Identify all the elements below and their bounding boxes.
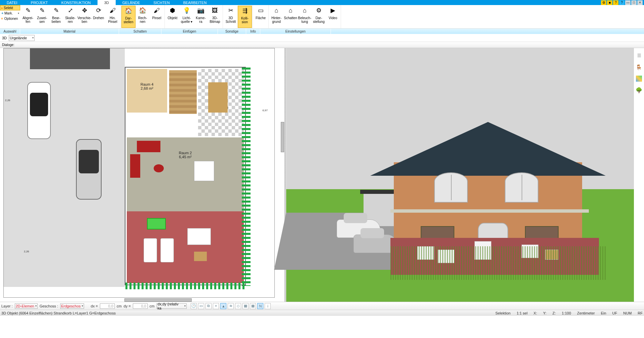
car-gray[interactable]: [76, 139, 102, 200]
balcony: [390, 209, 589, 213]
display-settings-icon: ⚙: [314, 6, 323, 15]
kollision-button[interactable]: ⇶Kolli-sion: [238, 6, 252, 28]
sofa-red-2[interactable]: [130, 154, 140, 178]
car-white[interactable]: [27, 82, 51, 139]
dy-input[interactable]: [133, 303, 148, 309]
status-num: NUM: [623, 311, 632, 315]
kamera-button[interactable]: 📷Kame-ra: [194, 6, 208, 28]
dx-input[interactable]: [100, 303, 115, 309]
layer-select[interactable]: 2D-Elemen: [15, 303, 38, 309]
beach-chair[interactable]: [147, 218, 166, 229]
lounger-2[interactable]: [160, 238, 174, 262]
zuweisen-button[interactable]: ✎Zuwei-sen: [35, 6, 49, 28]
titlebar-icon-2[interactable]: ■: [607, 0, 612, 5]
3d-view-pane[interactable]: ≣ 🪑 🌳: [286, 48, 644, 302]
status-uf: UF: [612, 311, 617, 315]
schatten-pinsel-button[interactable]: 🖌Pinsel: [150, 6, 164, 28]
patio-table[interactable]: [187, 228, 211, 245]
maximize-icon[interactable]: □: [631, 0, 637, 5]
tab-sichten[interactable]: SICHTEN: [147, 0, 176, 5]
sofa-red-1[interactable]: [137, 141, 160, 152]
layer-vis-icon[interactable]: ≋: [228, 303, 234, 309]
titlebar-icon-1[interactable]: ⚙: [601, 0, 606, 5]
lounger-1[interactable]: [144, 238, 157, 262]
darstellen-button[interactable]: 🏠Dar-stellen: [121, 6, 136, 28]
layers-icon[interactable]: ≣: [635, 51, 643, 59]
info-toggle-icon[interactable]: i: [265, 303, 271, 309]
sonstige-label: Sonstige: [218, 29, 246, 34]
bearbeiten-button[interactable]: ✎Bear-beiten: [49, 6, 63, 28]
staircase[interactable]: [169, 70, 197, 114]
video-button[interactable]: ▶Video: [326, 6, 340, 28]
materials-icon[interactable]: [636, 76, 642, 82]
floorplan-pane[interactable]: Raum 120,11 m² Raum 42,68 m² Raum 325,90…: [0, 48, 284, 302]
rechnen-button[interactable]: 🏠Rech-nen: [136, 6, 150, 28]
beanbag-red[interactable]: [154, 164, 164, 172]
schatten-settings-button[interactable]: ⌂Schatten: [283, 6, 298, 28]
drehen-button[interactable]: ⟳Drehen: [91, 6, 106, 28]
grid-icon-1[interactable]: ▦: [242, 303, 249, 309]
schatten-label: Schatten: [119, 29, 161, 34]
3d-schnitt-button[interactable]: ✂3DSchnitt: [224, 6, 238, 28]
skalieren-button[interactable]: ⤢Skalie-ren: [63, 6, 77, 28]
vertical-scrollbar[interactable]: [281, 122, 284, 152]
furniture-icon[interactable]: 🪑: [635, 64, 643, 71]
room-4[interactable]: Raum 42,68 m²: [127, 69, 167, 113]
titlebar-icon-3[interactable]: ?: [613, 0, 618, 5]
hintergrund-button[interactable]: ⌂Hinter-grund: [269, 6, 283, 28]
status-z: Z:: [553, 311, 556, 315]
objekt-button[interactable]: ⬢Objekt: [165, 6, 180, 28]
selekt-button[interactable]: ▸Selekt: [0, 5, 20, 10]
clock-icon[interactable]: 🕒: [191, 303, 197, 309]
abgreifen-button[interactable]: ✎Abgrei-fen: [21, 6, 35, 28]
mark-dropdown[interactable]: ✦Mark.▾: [0, 10, 20, 16]
status-rf: RF: [638, 311, 643, 315]
snap-icon[interactable]: ⌖: [213, 303, 219, 309]
horizontal-scrollbar[interactable]: [124, 298, 192, 302]
screen-icon[interactable]: ▭: [198, 303, 204, 309]
ortho-icon[interactable]: ◇: [235, 303, 241, 309]
room-3[interactable]: Raum 325,90 m²: [198, 69, 244, 136]
dining-table[interactable]: [208, 82, 228, 113]
beleuchtung-button[interactable]: ⌂Beleuch-tung: [298, 6, 312, 28]
tab-gelaende[interactable]: GELÄNDE: [116, 0, 147, 5]
tab-projekt[interactable]: PROJEKT: [24, 0, 55, 5]
side-table[interactable]: [194, 252, 207, 261]
tab-bearbeiten[interactable]: BEARBEITEN: [177, 0, 214, 5]
darstellung-button[interactable]: ⚙Dar-stellung: [312, 6, 326, 28]
hin-pinsel-button[interactable]: 🖌Hin.Pinsel: [106, 6, 120, 28]
table-white[interactable]: [194, 161, 214, 181]
tab-datei[interactable]: DATEI: [0, 0, 24, 5]
coord-mode-select[interactable]: dx,dy (relativ ka: [156, 303, 187, 309]
optionen-button[interactable]: Optionen: [0, 16, 20, 21]
dx-label: dx =: [91, 304, 98, 308]
flaeche-button[interactable]: ▭Fläche: [254, 6, 268, 28]
tree-icon[interactable]: 🌳: [635, 86, 643, 94]
tab-konstruktion[interactable]: KONSTRUKTION: [54, 0, 97, 5]
room-2[interactable]: Raum 26,45 m²: [127, 137, 244, 211]
right-sidebar: ≣ 🪑 🌳: [634, 48, 644, 302]
geschoss-select[interactable]: Erdgeschos: [60, 303, 84, 309]
grid-icon-2[interactable]: ▦: [250, 303, 256, 309]
layer-dropdown[interactable]: Urgelände: [9, 35, 35, 41]
snap-on-icon[interactable]: ▲: [220, 303, 226, 309]
house-3d[interactable]: [394, 122, 582, 256]
bitmap-icon: 🖼: [211, 6, 219, 15]
area-icon: ▭: [256, 6, 265, 15]
verschieben-button[interactable]: ✥Verschie-ben: [77, 6, 91, 28]
help-icon[interactable]: ?: [619, 0, 624, 5]
brush-icon: 🖌: [108, 6, 117, 15]
3d-bitmap-button[interactable]: 🖼3D-Bitmap: [208, 6, 222, 28]
ribbon-group-info: ▭Fläche: [253, 5, 269, 28]
tab-3d[interactable]: 3D: [98, 0, 116, 5]
lichtquelle-button[interactable]: 💡Licht-quelle ▾: [180, 6, 194, 28]
light-icon: 💡: [182, 6, 191, 15]
terrace[interactable]: [127, 211, 244, 283]
window-upper-left: [434, 172, 468, 203]
north-icon[interactable]: N: [257, 303, 263, 309]
status-bar: 3D Objekt (6064 Einzelflächen) Strandkor…: [0, 310, 644, 316]
close-icon[interactable]: ×: [637, 0, 643, 5]
floorplan-canvas[interactable]: Raum 120,11 m² Raum 42,68 m² Raum 325,90…: [3, 48, 275, 298]
link-icon[interactable]: ⧉: [205, 303, 212, 309]
minimize-icon[interactable]: —: [625, 0, 631, 5]
